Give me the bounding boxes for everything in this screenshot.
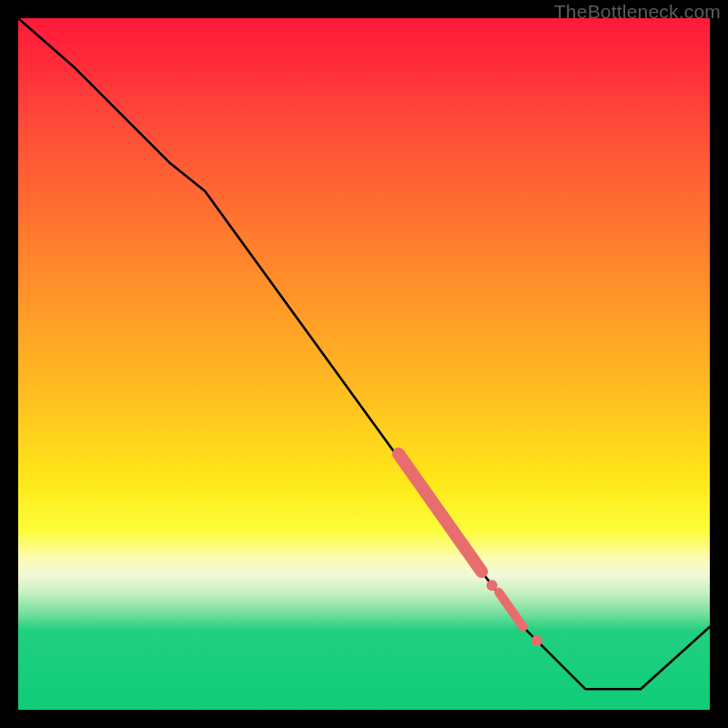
chart-overlay-svg <box>18 18 710 710</box>
plot-area <box>18 18 710 710</box>
bottleneck-curve <box>18 18 710 689</box>
highlight-mid-segment <box>499 592 523 627</box>
watermark-text: TheBottleneck.com <box>554 1 721 23</box>
chart-frame: TheBottleneck.com <box>0 0 728 728</box>
highlight-thick-segment <box>399 454 481 571</box>
highlight-dot-upper <box>487 580 498 591</box>
highlight-dot-lower <box>531 635 542 646</box>
